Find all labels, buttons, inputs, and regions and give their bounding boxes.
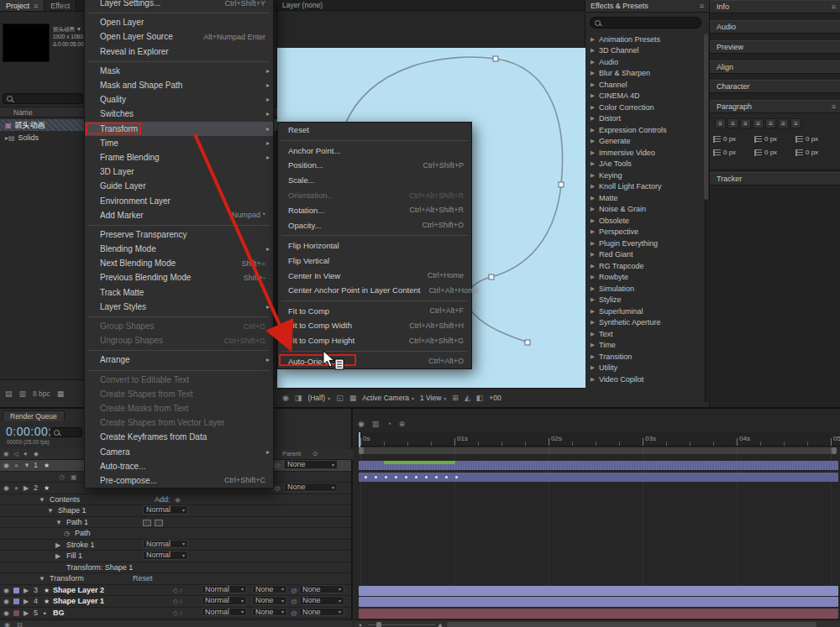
layer-menu-item-create-shapes-from-vector-layer[interactable]: Create Shapes from Vector Layer bbox=[85, 415, 273, 430]
layer-menu-item-quality[interactable]: Quality▸ bbox=[85, 92, 273, 107]
property-row-fill-1[interactable]: ▶Fill 1Normal▾ bbox=[0, 551, 351, 562]
tab-effect-controls[interactable]: Effect bbox=[45, 0, 76, 11]
zoom-slider-thumb[interactable] bbox=[376, 622, 381, 627]
layer-menu-item-add-marker[interactable]: Add MarkerNumpad * bbox=[85, 208, 273, 222]
path-vertex-handle[interactable] bbox=[525, 340, 530, 345]
keyframe-dot[interactable] bbox=[395, 476, 397, 478]
panel-menu-icon[interactable]: ≡ bbox=[832, 3, 836, 11]
layer-menu-item-auto-trace[interactable]: Auto-trace... bbox=[85, 459, 273, 473]
parent-select[interactable]: None▾ bbox=[284, 460, 338, 469]
layer-menu-item-layer-styles[interactable]: Layer Styles▸ bbox=[85, 300, 273, 314]
parent-select[interactable]: None▾ bbox=[299, 596, 344, 605]
fast-preview-icon[interactable]: ◭ bbox=[465, 394, 470, 402]
layer-panel-tab[interactable]: Layer (none) bbox=[277, 0, 585, 11]
blend-mode-select[interactable]: Normal▾ bbox=[202, 585, 247, 594]
paragraph-field-5[interactable]: 0 px bbox=[795, 147, 832, 158]
path-merge-icon[interactable] bbox=[155, 520, 163, 526]
transform-submenu-item-auto-orient[interactable]: Auto-Orient...Ctrl+Alt+O bbox=[278, 353, 471, 368]
effects-category-color-correction[interactable]: ▶Color Correction bbox=[585, 102, 704, 113]
zoom-out-icon[interactable]: ▲ bbox=[358, 622, 363, 627]
paragraph-field-2[interactable]: 0 px bbox=[795, 133, 832, 144]
effects-category-jae-tools[interactable]: ▶JAe Tools bbox=[585, 159, 704, 170]
paragraph-field-4[interactable]: 0 px bbox=[754, 147, 790, 158]
eye-icon[interactable]: ◉ bbox=[3, 460, 9, 472]
layer-menu-item-mask[interactable]: Mask▸ bbox=[85, 64, 273, 78]
horizontal-scrollbar[interactable] bbox=[447, 622, 816, 627]
effects-category-video-copilot[interactable]: ▶Video Copilot bbox=[585, 374, 704, 385]
graph-icon[interactable]: ▣ bbox=[71, 472, 77, 483]
justify-last-right-button[interactable]: ≡ bbox=[778, 118, 789, 128]
eye-icon[interactable]: ◉ bbox=[3, 483, 9, 494]
transform-submenu-item-center-anchor-point-in-layer-content[interactable]: Center Anchor Point in Layer ContentCtrl… bbox=[278, 283, 471, 298]
effects-category-immersive-video[interactable]: ▶Immersive Video bbox=[585, 147, 704, 159]
effects-category-synthetic-aperture[interactable]: ▶Synthetic Aperture bbox=[585, 317, 704, 329]
pixel-aspect-icon[interactable]: ⊞ bbox=[452, 394, 459, 402]
effects-panel-header[interactable]: Effects & Presets ≡ bbox=[585, 0, 709, 13]
comp-flowchart-icon[interactable]: ◧ bbox=[476, 394, 484, 402]
effects-category-matte[interactable]: ▶Matte bbox=[585, 192, 704, 204]
eye-icon[interactable]: ◉ bbox=[3, 608, 9, 619]
name-column-header[interactable]: Name bbox=[13, 108, 33, 117]
layer-menu-item-layer-settings[interactable]: Layer Settings...Ctrl+Shift+Y bbox=[85, 0, 273, 10]
parent-pickwhip-icon[interactable]: @ bbox=[274, 483, 281, 494]
effects-category-plugin-everything[interactable]: ▶Plugin Everything bbox=[585, 238, 704, 249]
icon-view-icon[interactable]: ▥ bbox=[19, 389, 27, 398]
keyframe-dot[interactable] bbox=[435, 476, 438, 478]
effects-category-text[interactable]: ▶Text bbox=[585, 328, 704, 340]
panel-menu-icon[interactable]: ≡ bbox=[700, 2, 704, 10]
twirl-icon[interactable]: ▶ bbox=[24, 585, 29, 597]
twirl-icon[interactable]: ▼ bbox=[39, 494, 45, 506]
effects-category-obsolete[interactable]: ▶Obsolete bbox=[585, 215, 704, 227]
twirl-icon[interactable]: ▼ bbox=[47, 505, 54, 517]
effects-category-time[interactable]: ▶Time bbox=[585, 340, 704, 352]
blend-mode-select[interactable]: Normal▾ bbox=[143, 540, 188, 549]
effects-category-utility[interactable]: ▶Utility bbox=[585, 363, 704, 374]
property-row-transform[interactable]: ▼TransformReset bbox=[0, 573, 351, 585]
effects-scrollbar[interactable] bbox=[704, 34, 708, 402]
keyframe-dot[interactable] bbox=[455, 476, 458, 478]
effects-category-audio[interactable]: ▶Audio bbox=[585, 56, 704, 68]
layer-menu-item-camera[interactable]: Camera▸ bbox=[85, 444, 273, 458]
blend-mode-select[interactable]: Normal▾ bbox=[143, 551, 188, 560]
path-vertex-handle[interactable] bbox=[559, 182, 564, 187]
panel-menu-icon[interactable]: ≡ bbox=[34, 2, 38, 10]
effects-category-keying[interactable]: ▶Keying bbox=[585, 170, 704, 181]
parent-pickwhip-icon[interactable]: @ bbox=[291, 608, 297, 619]
panel-header-preview[interactable]: Preview bbox=[710, 40, 840, 54]
eye-icon[interactable]: ◉ bbox=[3, 596, 9, 608]
keyframe-dot[interactable] bbox=[425, 476, 428, 478]
trkmat-select[interactable]: None▾ bbox=[252, 585, 287, 594]
effects-category-distort[interactable]: ▶Distort bbox=[585, 113, 704, 125]
transform-submenu-item-center-in-view[interactable]: Center In ViewCtrl+Home bbox=[278, 268, 471, 283]
path-vertex-handle[interactable] bbox=[493, 56, 498, 61]
layer-menu-item-next-blending-mode[interactable]: Next Blending ModeShift+= bbox=[85, 256, 273, 270]
effects-search-input[interactable] bbox=[590, 17, 701, 29]
effects-category-3d-channel[interactable]: ▶3D Channel bbox=[585, 45, 704, 57]
transform-submenu-item-opacity[interactable]: Opacity...Ctrl+Shift+O bbox=[278, 217, 471, 233]
solo-icon[interactable]: ● bbox=[14, 483, 18, 494]
parent-select[interactable]: None▾ bbox=[284, 483, 338, 492]
panel-header-character[interactable]: Character bbox=[710, 80, 840, 93]
layer-menu-item-guide-layer[interactable]: Guide Layer bbox=[85, 179, 273, 193]
justify-last-center-button[interactable]: ≡ bbox=[765, 118, 776, 128]
grid-guides-icon[interactable]: ▦ bbox=[349, 394, 357, 402]
layer-menu-item-create-shapes-from-text[interactable]: Create Shapes from Text bbox=[85, 387, 273, 401]
layer-menu-item-open-layer-source[interactable]: Open Layer SourceAlt+Numpad Enter bbox=[85, 29, 273, 44]
twirl-icon[interactable]: ▼ bbox=[24, 460, 30, 472]
blend-mode-select[interactable]: Normal▾ bbox=[143, 505, 188, 515]
transform-submenu-item-reset[interactable]: Reset bbox=[278, 123, 471, 138]
trkmat-select[interactable]: None▾ bbox=[252, 608, 287, 617]
layer-menu-item-create-keyframes-from-data[interactable]: Create Keyframes from Data bbox=[85, 430, 273, 444]
layer-menu-item-time[interactable]: Time▸ bbox=[85, 136, 273, 150]
layer-menu-item-ungroup-shapes[interactable]: Ungroup ShapesCtrl+Shift+G bbox=[85, 333, 273, 347]
tab-project[interactable]: Project ≡ bbox=[0, 0, 45, 11]
panel-menu-icon[interactable]: ≡ bbox=[832, 102, 836, 111]
align-center-button[interactable]: ≡ bbox=[727, 118, 738, 128]
zoom-in-icon[interactable]: ▲ bbox=[437, 621, 444, 627]
effects-category-expression-controls[interactable]: ▶Expression Controls bbox=[585, 124, 704, 136]
property-row-transform-shape-1[interactable]: Transform: Shape 1 bbox=[0, 562, 351, 574]
parent-pickwhip-icon[interactable]: @ bbox=[291, 585, 297, 597]
twirl-icon[interactable]: ▶ bbox=[55, 551, 60, 562]
layer-menu-item-transform[interactable]: Transform▸ bbox=[85, 122, 273, 136]
layer-menu-item-create-masks-from-text[interactable]: Create Masks from Text bbox=[85, 401, 273, 415]
